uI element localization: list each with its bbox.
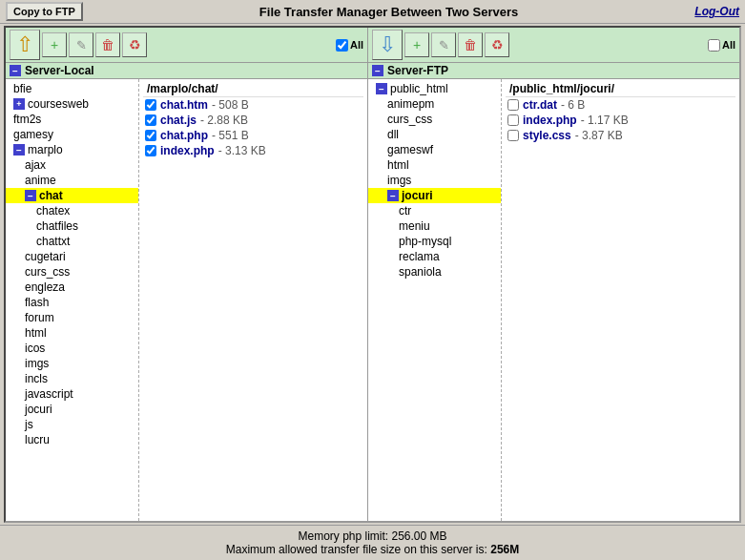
left-tree-item[interactable]: jocuri [6,402,138,417]
tree-item-label: incls [25,372,48,385]
right-toolbar: ⇩ + ✎ 🗑 ♻ All [368,28,739,63]
left-back-icon[interactable]: ⇧ [10,30,40,60]
left-tree-item[interactable]: chatfiles [6,218,138,234]
left-tree-item[interactable]: chatex [6,203,138,218]
file-size: - 3.13 KB [218,144,266,157]
tree-item-label: html [25,326,47,340]
left-tree-item[interactable]: −marplo [6,142,138,157]
right-tree-item[interactable]: imgs [368,173,501,188]
left-tree-item[interactable]: +coursesweb [6,96,138,112]
right-tree-item[interactable]: −public_html [368,81,501,96]
left-addfolder-icon[interactable]: + [42,32,67,57]
right-download-icon[interactable]: ⇩ [372,30,403,60]
left-tree-item[interactable]: engleza [6,280,138,295]
file-checkbox[interactable] [145,114,156,126]
right-edit-icon[interactable]: ✎ [431,32,456,57]
right-tree-item[interactable]: −jocuri [368,188,501,203]
tree-item-label: anime [25,174,56,187]
right-tree-item[interactable]: php-mysql [368,234,501,249]
file-name: style.css [523,129,571,142]
tree-item-label: reclama [399,250,440,263]
right-server-collapse-btn[interactable]: − [372,65,383,76]
tree-item-label: icos [25,342,45,355]
left-tree-item[interactable]: html [6,325,138,341]
tree-item-label: chat [39,189,63,202]
list-item: index.php - 1.17 KB [506,113,735,128]
left-tree-item[interactable]: forum [6,310,138,325]
file-name: index.php [523,114,577,127]
right-tree-item[interactable]: gameswf [368,142,501,157]
tree-item-label: jocuri [25,403,52,416]
right-file-list: /public_html/jocuri/ ctr.dat - 6 Bindex.… [502,79,739,521]
tree-item-label: ctr [399,204,411,218]
collapse-btn[interactable]: − [25,190,36,201]
right-addfolder-icon[interactable]: + [404,32,429,57]
left-server-collapse-btn[interactable]: − [10,65,21,76]
right-tree-item[interactable]: reclama [368,249,501,264]
left-tree-item[interactable]: flash [6,295,138,310]
right-file-tree[interactable]: −public_htmlanimepmcurs_cssdllgameswfhtm… [368,79,502,521]
logout-link[interactable]: Log-Out [694,5,739,18]
right-tree-item[interactable]: spaniola [368,264,501,280]
left-tree-item[interactable]: lucru [6,432,138,447]
collapse-btn[interactable]: − [387,190,399,201]
left-tree-item[interactable]: incls [6,371,138,386]
file-checkbox[interactable] [507,99,519,111]
right-tree-item[interactable]: meniu [368,218,501,234]
right-tree-item[interactable]: dll [368,127,501,142]
tree-item-label: animepm [387,97,434,111]
left-tree-item[interactable]: −chat [6,188,138,203]
file-name: chat.js [160,114,197,127]
left-tree-item[interactable]: cugetari [6,249,138,264]
tree-item-label: html [387,158,409,172]
left-panel: ⇧ + ✎ 🗑 ♻ All [6,28,368,521]
left-tree-item[interactable]: anime [6,173,138,188]
list-item: index.php - 3.13 KB [143,143,363,158]
list-item: style.css - 3.87 KB [506,128,735,143]
list-item: chat.php - 551 B [143,128,363,143]
file-size: - 508 B [212,98,249,112]
tree-item-label: ajax [25,158,46,172]
copy-to-ftp-button[interactable]: Copy to FTP [6,2,83,21]
file-checkbox[interactable] [507,130,519,141]
page-title: File Transfer Manager Between Two Server… [83,5,695,19]
left-tree-item[interactable]: curs_css [6,264,138,280]
file-checkbox[interactable] [145,99,156,111]
left-tree-item[interactable]: ftm2s [6,112,138,127]
left-tree-item[interactable]: chattxt [6,234,138,249]
right-tree-item[interactable]: html [368,157,501,173]
left-tree-item[interactable]: ajax [6,157,138,173]
tree-item-label: chatfiles [36,219,78,233]
tree-item-label: cugetari [25,250,66,263]
collapse-btn[interactable]: − [13,144,25,156]
collapse-btn[interactable]: − [376,83,387,94]
left-tree-item[interactable]: gamesy [6,127,138,142]
file-size: - 551 B [212,129,249,142]
tree-item-label: dll [387,128,399,141]
left-tree-item[interactable]: js [6,417,138,432]
expand-btn[interactable]: + [13,98,25,110]
file-checkbox[interactable] [145,145,156,156]
left-delete-icon[interactable]: 🗑 [95,32,120,57]
file-name: chat.php [160,129,208,142]
right-tree-item[interactable]: animepm [368,96,501,112]
left-tree-item[interactable]: icos [6,341,138,356]
left-file-tree[interactable]: bfie+courseswebftm2sgamesy−marploajaxani… [6,79,139,521]
right-delete-icon[interactable]: 🗑 [458,32,483,57]
left-edit-icon[interactable]: ✎ [69,32,93,57]
left-refresh-icon[interactable]: ♻ [122,32,147,57]
right-tree-item[interactable]: curs_css [368,112,501,127]
file-name: chat.htm [160,98,208,112]
main-content: ⇧ + ✎ 🗑 ♻ All [4,26,741,523]
right-refresh-icon[interactable]: ♻ [485,32,509,57]
tree-item-label: curs_css [25,265,70,279]
left-all-checkbox[interactable] [336,39,348,52]
file-checkbox[interactable] [145,130,156,141]
right-all-checkbox[interactable] [708,39,720,52]
left-tree-item[interactable]: javascript [6,386,138,402]
tree-item-label: lucru [25,433,50,446]
file-checkbox[interactable] [507,114,519,126]
right-tree-item[interactable]: ctr [368,203,501,218]
left-tree-item[interactable]: imgs [6,356,138,371]
left-tree-item[interactable]: bfie [6,81,138,96]
